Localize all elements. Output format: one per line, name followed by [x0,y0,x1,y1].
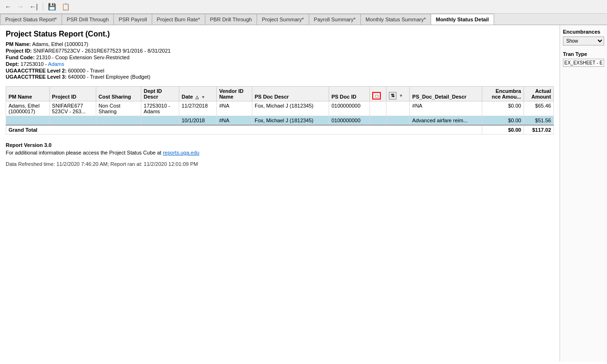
cell-ps-doc-id-1: 0100000000 [329,101,370,116]
data-table: PM Name Project ID Cost Sharing Dept IDD… [6,86,554,135]
cell-date-1: 11/27/2018 [179,101,216,116]
grand-total-actual: $117.02 [524,125,553,135]
cell-pm-name-1: Adams, Ethel(10000017) [6,101,50,116]
expand-button[interactable]: ⇅ [389,92,396,100]
th-dept-id-descr: Dept IDDescr [141,87,179,101]
cell-actual-1: $65.46 [524,101,553,116]
cell-ps-doc-detail-descr-2: Advanced airfare reim... [410,116,482,126]
grand-total-label: Grand Total [6,125,482,135]
tab-monthly-status-summary[interactable]: Monthly Status Summary* [361,14,431,25]
ugacc2-label: UGAACCTTREE Level 2: [6,68,66,73]
info-text: For additional information please access… [6,150,161,155]
report-title: Project Status Report (Cont.) [6,30,554,38]
th-ps-doc-descr: PS Doc Descr [252,87,329,101]
table-row: 10/1/2018 #NA Fox, Michael J (1812345) 0… [6,116,554,126]
ugacc-level3-row: UGAACCTTREE Level 3: 640000 - Travel Emp… [6,74,554,80]
tab-psr-payroll[interactable]: PSR Payroll [114,14,152,25]
cell-dept-id-2 [141,116,179,126]
tab-psr-drill-through[interactable]: PSR Drill Through [62,14,114,25]
project-id-value: SNIFARE677523CV - 2631RE677523 9/1/2016 … [33,48,171,54]
right-panel: Encumbrances Show Hide Tran Type [560,25,607,362]
tran-type-label: Tran Type [563,51,604,57]
column-icon-button[interactable]: □ [372,92,381,100]
pm-name-row: PM Name: Adams, Ethel (1000017) [6,41,554,47]
ugacc-level2-row: UGAACCTTREE Level 2: 600000 - Travel [6,68,554,73]
cell-date-2: 10/1/2018 [179,116,216,126]
tab-project-status-report[interactable]: Project Status Report* [0,14,62,25]
info-link-row: For additional information please access… [6,150,554,155]
th-pm-name: PM Name [6,87,50,101]
report-footer: Report Version 3.0 For additional inform… [6,142,554,167]
th-cost-sharing: Cost Sharing [96,87,141,101]
cell-cost-sharing-2 [96,116,141,126]
expand-filter-icon[interactable]: ▼ [399,93,403,98]
tran-type-section: Tran Type [563,51,604,67]
refresh-time: Data Refreshed time: 11/2/2020 7:46:20 A… [6,161,554,167]
tran-type-input[interactable] [563,59,604,67]
cell-expand-2 [386,116,410,126]
reports-link[interactable]: reports.uga.edu [163,150,199,155]
cell-cost-sharing-1: Non CostSharing [96,101,141,116]
th-ps-doc-detail-descr: PS_Doc_Detail_Descr [410,87,482,101]
th-project-id: Project ID [49,87,96,101]
back-alt-button[interactable]: ←| [28,2,40,11]
tab-payroll-summary[interactable]: Payroll Summary* [309,14,361,25]
encumbrances-label: Encumbrances [563,29,604,35]
cell-ps-doc-descr-2: Fox, Michael J (1812345) [252,116,329,126]
cell-dept-id-1: 17253010 -Adams [141,101,179,116]
tab-monthly-status-detail[interactable]: Monthly Status Detail [431,14,494,25]
cell-ps-doc-descr-1: Fox, Michael J (1812345) [252,101,329,116]
th-encumbrance-amount: Encumbrance Amou... [482,87,524,101]
th-expand-col: ⇅ ▼ [386,87,410,101]
save-button[interactable]: 💾 [46,2,58,11]
cell-encumbrance-2: $0.00 [482,116,524,126]
tab-project-summary[interactable]: Project Summary* [257,14,309,25]
cell-actual-2: $51.56 [524,116,553,126]
dept-id: 17253010 [20,61,44,67]
cell-vendor-id-1: #NA [217,101,252,116]
cell-ps-doc-id-2: 0100000000 [329,116,370,126]
date-sort-icon: △ [195,95,199,100]
toolbar: ← → ←| 💾 📋 [0,0,607,14]
dept-link[interactable]: Adams [48,61,64,67]
th-vendor-id-name: Vendor IDName [217,87,252,101]
cell-expand-1 [386,101,410,116]
fund-code-value: 21310 - Coop Extension Serv-Restricted [36,55,129,60]
th-actual-amount: ActualAmount [524,87,553,101]
cell-project-id-2 [49,116,96,126]
date-filter-icon[interactable]: ▼ [201,95,205,100]
fund-code-label: Fund Code: [6,55,35,60]
project-id-row: Project ID: SNIFARE677523CV - 2631RE6775… [6,48,554,54]
project-id-label: Project ID: [6,48,32,54]
cell-icon-1 [370,101,386,116]
ugacc3-label: UGAACCTTREE Level 3: [6,74,66,80]
cell-encumbrance-1: $0.00 [482,101,524,116]
tab-project-burn-rate[interactable]: Project Burn Rate* [152,14,205,25]
grand-total-row: Grand Total $0.00 $117.02 [6,125,554,135]
export-button[interactable]: 📋 [60,2,72,11]
report-version: Report Version 3.0 [6,142,554,148]
dept-row: Dept: 17253010 - Adams [6,61,554,67]
ugacc3-value: 640000 - Travel Employee (Budget) [68,74,150,80]
th-date[interactable]: Date △ ▼ [179,87,216,101]
forward-button[interactable]: → [15,2,26,11]
cell-ps-doc-detail-descr-1: #NA [410,101,482,116]
cell-pm-name-2 [6,116,50,126]
grand-total-encumbrance: $0.00 [482,125,524,135]
pm-value: Adams, Ethel (1000017) [32,41,89,47]
dept-label: Dept: [6,61,19,67]
tab-pbr-drill-through[interactable]: PBR Drill Through [205,14,257,25]
cell-icon-2 [370,116,386,126]
ugacc2-value: 600000 - Travel [68,68,104,73]
table-row: Adams, Ethel(10000017) SNIFARE677523CV -… [6,101,554,116]
cell-project-id-1: SNIFARE677523CV - 263... [49,101,96,116]
encumbrances-select[interactable]: Show Hide [563,36,604,46]
main-content: Project Status Report (Cont.) PM Name: A… [0,25,607,362]
fund-code-row: Fund Code: 21310 - Coop Extension Serv-R… [6,55,554,60]
encumbrances-section: Encumbrances Show Hide [563,29,604,46]
separator [43,3,43,10]
report-area: Project Status Report (Cont.) PM Name: A… [0,25,560,362]
th-ps-doc-id: PS Doc ID [329,87,370,101]
cell-vendor-id-2: #NA [217,116,252,126]
back-button[interactable]: ← [3,2,13,11]
